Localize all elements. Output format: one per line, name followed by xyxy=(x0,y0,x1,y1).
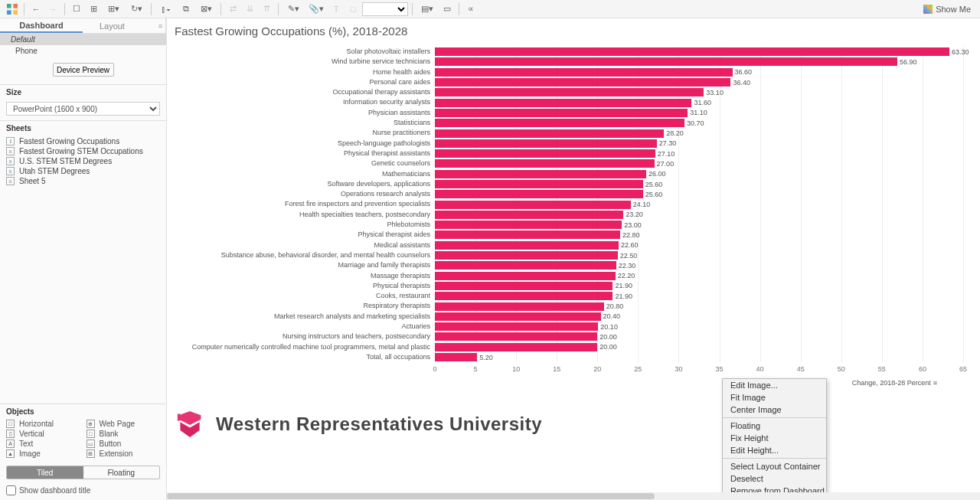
context-menu-item[interactable]: Fix Height xyxy=(723,432,826,444)
sheet-item[interactable]: ⫿Fastest Growing Occupations xyxy=(6,136,160,146)
object-item[interactable]: ▯Vertical xyxy=(6,430,80,438)
bar-row: 20.00 xyxy=(435,342,972,352)
bar[interactable] xyxy=(435,230,620,239)
clear-icon[interactable]: ⊠▾ xyxy=(195,2,217,17)
save-icon[interactable]: ☐ xyxy=(69,2,84,17)
duplicate-icon[interactable]: ⧉ xyxy=(178,2,194,17)
bar[interactable] xyxy=(435,139,657,148)
bar[interactable] xyxy=(435,57,897,66)
bar[interactable] xyxy=(435,211,623,219)
bar[interactable] xyxy=(435,190,643,198)
totals-icon[interactable]: T xyxy=(328,2,344,17)
device-preview-button[interactable]: Device Preview xyxy=(53,63,114,77)
bar[interactable] xyxy=(435,99,691,107)
university-name: Western Representatives University xyxy=(216,413,542,435)
context-menu-item[interactable]: Deselect xyxy=(723,472,826,485)
bar[interactable] xyxy=(435,312,601,321)
bar-row: 36.60 xyxy=(435,67,972,77)
context-menu-item[interactable]: Fit Image xyxy=(723,391,826,404)
size-select[interactable]: PowerPoint (1600 x 900) xyxy=(6,102,160,116)
bar[interactable] xyxy=(435,221,622,229)
bar[interactable] xyxy=(435,292,612,300)
object-item[interactable]: AText xyxy=(6,440,80,448)
new-worksheet-icon[interactable]: ⫿▾ xyxy=(155,2,177,17)
bar[interactable] xyxy=(435,353,477,361)
share-icon[interactable]: ∝ xyxy=(463,2,479,17)
tiled-button[interactable]: Tiled xyxy=(7,466,83,479)
bar[interactable] xyxy=(435,261,616,270)
show-title-input[interactable] xyxy=(6,485,16,495)
highlight-icon[interactable]: ✎▾ xyxy=(283,2,304,17)
bar[interactable] xyxy=(435,272,616,280)
show-title-checkbox[interactable]: Show dashboard title xyxy=(0,485,166,500)
bar[interactable] xyxy=(435,302,604,311)
bar[interactable] xyxy=(435,201,631,209)
context-separator xyxy=(723,417,826,418)
object-item[interactable]: □Horizontal xyxy=(6,420,80,428)
horizontal-scrollbar[interactable] xyxy=(167,492,980,500)
object-item[interactable]: ▲Image xyxy=(6,449,80,458)
bar[interactable] xyxy=(435,170,646,178)
sort-asc-icon[interactable]: ⇊ xyxy=(242,2,257,17)
bar[interactable] xyxy=(435,149,655,158)
plot-area: 63.3056.9036.6036.4033.1031.6031.1030.70… xyxy=(435,47,972,387)
group-icon[interactable]: 📎▾ xyxy=(305,2,327,17)
bar[interactable] xyxy=(435,109,688,117)
svg-rect-1 xyxy=(13,4,18,8)
bar[interactable] xyxy=(435,119,684,127)
logo-icon[interactable] xyxy=(5,2,20,17)
floating-button[interactable]: Floating xyxy=(83,466,160,479)
sheet-item[interactable]: aSheet 5 xyxy=(6,176,160,186)
bar[interactable] xyxy=(435,343,597,351)
category-label: Mathematicians xyxy=(175,169,435,179)
bar[interactable] xyxy=(435,282,612,290)
context-menu-item[interactable]: Edit Image... xyxy=(723,379,826,391)
bar-value: 20.40 xyxy=(603,312,621,320)
tab-dashboard[interactable]: Dashboard xyxy=(0,18,83,33)
sort-desc-icon[interactable]: ⇈ xyxy=(259,2,274,17)
phone-device[interactable]: Phone xyxy=(0,45,166,57)
show-me-button[interactable]: Show Me xyxy=(919,5,975,14)
x-tick: 20 xyxy=(593,365,601,373)
bar[interactable] xyxy=(435,251,618,260)
bar[interactable] xyxy=(435,78,730,87)
swap-icon[interactable]: ⇄ xyxy=(225,2,240,17)
bar[interactable] xyxy=(435,322,598,331)
chart-title: Fastest Growing Occupations (%), 2018-20… xyxy=(175,25,972,38)
context-menu-item[interactable]: Edit Height... xyxy=(723,444,826,456)
bar[interactable] xyxy=(435,129,664,138)
forward-icon[interactable]: → xyxy=(45,2,60,17)
scrollbar-thumb[interactable] xyxy=(167,493,655,499)
context-menu-item[interactable]: Floating xyxy=(723,420,826,432)
sheet-item[interactable]: aFastest Growing STEM Occupations xyxy=(6,146,160,156)
context-menu-item[interactable]: Select Layout Container xyxy=(723,460,826,472)
object-item[interactable]: ⊞Extension xyxy=(87,449,161,458)
object-item[interactable]: ⊕Web Page xyxy=(87,420,161,428)
bar-row: 27.10 xyxy=(435,149,972,158)
object-item[interactable]: ▭Button xyxy=(87,440,161,448)
bar[interactable] xyxy=(435,88,704,96)
category-label: Market research analysts and marketing s… xyxy=(175,312,435,322)
sheet-item[interactable]: aUtah STEM Degrees xyxy=(6,166,160,176)
bar[interactable] xyxy=(435,47,949,56)
tab-layout[interactable]: Layout≡ xyxy=(83,18,166,33)
context-menu-item[interactable]: Center Image xyxy=(723,404,826,416)
object-item[interactable]: □Blank xyxy=(87,430,161,438)
bar[interactable] xyxy=(435,159,655,168)
category-label: Health specialties teachers, postseconda… xyxy=(175,210,435,220)
new-sheet-icon[interactable]: ⊞ xyxy=(86,2,101,17)
fit-select[interactable] xyxy=(362,2,408,16)
tab-menu-icon[interactable]: ≡ xyxy=(158,22,165,30)
back-icon[interactable]: ← xyxy=(28,2,44,17)
bar[interactable] xyxy=(435,332,597,341)
new-ds-icon[interactable]: ⊞▾ xyxy=(103,2,124,17)
cards-icon[interactable]: ▤▾ xyxy=(416,2,438,17)
work-icon[interactable]: □ xyxy=(345,2,361,17)
refresh-icon[interactable]: ↻▾ xyxy=(126,2,147,17)
default-device[interactable]: Default xyxy=(0,34,166,45)
present-icon[interactable]: ▭ xyxy=(439,2,455,17)
bar[interactable] xyxy=(435,241,619,250)
bar[interactable] xyxy=(435,180,643,188)
sheet-item[interactable]: aU.S. STEM STEM Degrees xyxy=(6,156,160,166)
bar[interactable] xyxy=(435,68,733,77)
